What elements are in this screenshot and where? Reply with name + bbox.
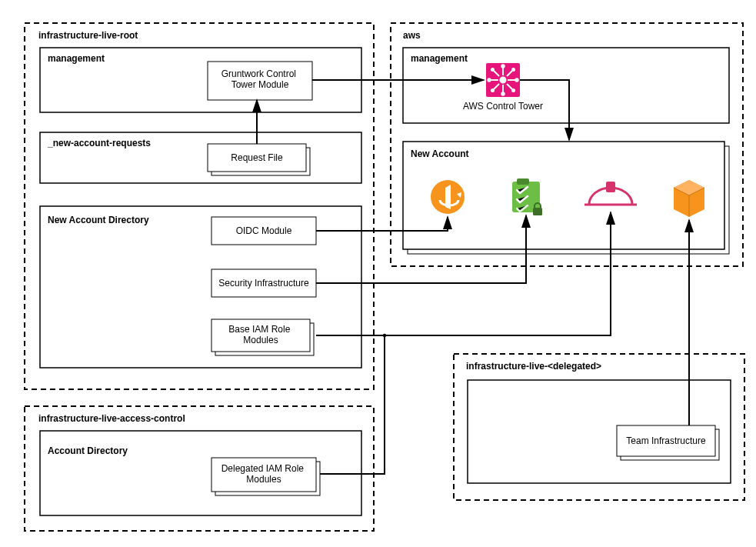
svg-point-12 bbox=[488, 78, 490, 81]
module-label: Request File bbox=[231, 152, 283, 163]
svg-point-14 bbox=[491, 68, 494, 71]
svg-rect-20 bbox=[517, 178, 529, 185]
box-title: New Account Directory bbox=[48, 215, 149, 225]
group-title: aws bbox=[403, 30, 421, 41]
aws-control-tower-icon bbox=[486, 63, 520, 97]
box-title: Account Directory bbox=[48, 445, 128, 456]
svg-point-15 bbox=[512, 89, 515, 92]
checklist-icon bbox=[512, 178, 542, 215]
svg-point-1 bbox=[501, 78, 506, 83]
box-title: management bbox=[411, 53, 468, 64]
module-label: Gruntwork Control Tower Module bbox=[221, 68, 299, 90]
module-label: Team Infrastructure bbox=[626, 435, 706, 446]
svg-point-16 bbox=[512, 68, 515, 71]
architecture-diagram: infrastructure-live-root management Grun… bbox=[0, 0, 756, 547]
junction-dot bbox=[383, 334, 386, 337]
module-label: Security Infrastructure bbox=[218, 278, 309, 289]
svg-point-11 bbox=[501, 92, 504, 95]
svg-rect-21 bbox=[533, 208, 542, 215]
svg-point-10 bbox=[501, 65, 504, 67]
box-title: management bbox=[48, 53, 105, 64]
cube-icon bbox=[674, 180, 704, 217]
svg-rect-22 bbox=[606, 182, 615, 192]
svg-point-17 bbox=[491, 89, 494, 92]
box-title: _new-account-requests bbox=[47, 138, 151, 148]
box-title: New Account bbox=[411, 148, 469, 159]
group-title: infrastructure-live-root bbox=[38, 30, 138, 41]
openid-icon bbox=[431, 180, 465, 214]
icon-label: AWS Control Tower bbox=[463, 101, 543, 112]
svg-point-13 bbox=[515, 78, 518, 81]
module-label: OIDC Module bbox=[236, 225, 292, 236]
group-title: infrastructure-live-<delegated> bbox=[466, 361, 601, 372]
group-title: infrastructure-live-access-control bbox=[38, 413, 185, 424]
